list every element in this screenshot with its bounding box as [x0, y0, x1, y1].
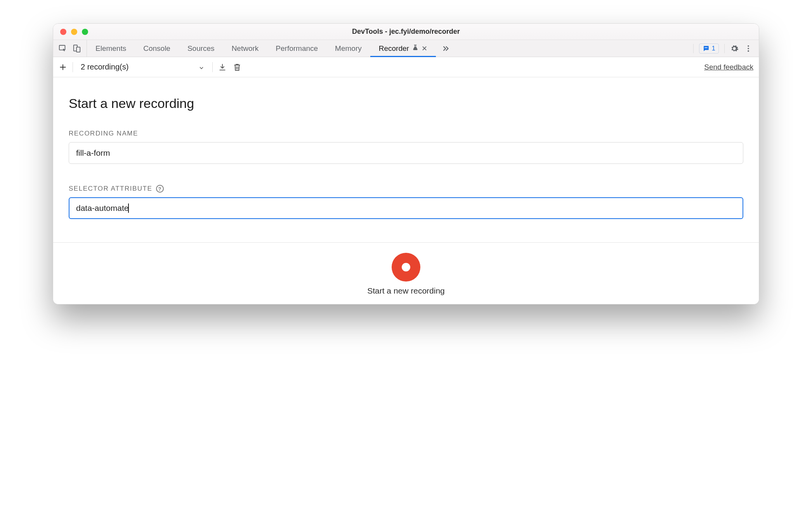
selector-attribute-input[interactable]: data-automate [69, 197, 743, 219]
text-caret [128, 203, 129, 213]
tab-network[interactable]: Network [223, 40, 267, 57]
chat-icon [703, 45, 710, 52]
tabstrip-right-controls: 1 [687, 40, 759, 57]
send-feedback-link[interactable]: Send feedback [704, 63, 753, 71]
tab-elements[interactable]: Elements [87, 40, 135, 57]
page-heading: Start a new recording [69, 96, 743, 111]
tab-recorder-label: Recorder [379, 44, 409, 53]
recording-name-label: RECORDING NAME [69, 130, 743, 137]
devtools-tabs: Elements Console Sources Network Perform… [87, 40, 687, 57]
svg-point-6 [748, 50, 749, 52]
recording-name-field-group: RECORDING NAME [69, 130, 743, 164]
inspect-controls [53, 40, 87, 57]
inspect-element-icon[interactable] [59, 44, 67, 53]
recorder-content: Start a new recording RECORDING NAME SEL… [53, 77, 759, 242]
close-tab-icon[interactable]: ✕ [422, 44, 427, 53]
divider [693, 44, 694, 53]
divider [73, 62, 73, 72]
trash-icon[interactable] [233, 63, 241, 71]
help-icon[interactable]: ? [156, 185, 164, 193]
tab-console[interactable]: Console [135, 40, 179, 57]
devtools-window: DevTools - jec.fyi/demo/recorder Element… [53, 23, 759, 304]
tab-strip: Elements Console Sources Network Perform… [53, 40, 759, 57]
divider [212, 62, 213, 72]
selector-attribute-value: data-automate [76, 203, 128, 213]
start-recording-button[interactable] [392, 253, 420, 282]
issues-count: 1 [712, 45, 715, 52]
issues-button[interactable]: 1 [699, 43, 719, 54]
titlebar: DevTools - jec.fyi/demo/recorder [53, 24, 759, 40]
kebab-menu-icon[interactable] [744, 44, 753, 53]
tab-memory[interactable]: Memory [326, 40, 370, 57]
more-tabs-button[interactable] [436, 40, 455, 57]
tab-sources[interactable]: Sources [179, 40, 223, 57]
selector-attribute-label: SELECTOR ATTRIBUTE ? [69, 185, 743, 193]
download-icon[interactable] [218, 63, 227, 71]
gear-icon[interactable] [730, 44, 739, 53]
window-title: DevTools - jec.fyi/demo/recorder [53, 28, 759, 36]
recording-name-input[interactable] [69, 142, 743, 164]
recorder-footer: Start a new recording [53, 242, 759, 304]
svg-rect-2 [76, 47, 80, 52]
minimize-window-button[interactable] [71, 29, 77, 35]
selector-attribute-field-group: SELECTOR ATTRIBUTE ? data-automate [69, 185, 743, 219]
record-icon [402, 263, 410, 271]
recordings-dropdown-label: 2 recording(s) [81, 63, 128, 71]
tab-recorder[interactable]: Recorder ✕ [370, 40, 436, 57]
chevron-down-icon [198, 64, 205, 70]
recorder-toolbar: 2 recording(s) Send feedback [53, 57, 759, 77]
divider [724, 44, 725, 53]
svg-point-4 [748, 45, 749, 47]
close-window-button[interactable] [60, 29, 66, 35]
beaker-icon [412, 44, 418, 53]
device-toggle-icon[interactable] [73, 44, 81, 53]
traffic-lights [60, 29, 88, 35]
recordings-dropdown[interactable]: 2 recording(s) [78, 63, 207, 71]
svg-rect-3 [704, 47, 708, 48]
zoom-window-button[interactable] [82, 29, 88, 35]
tab-performance[interactable]: Performance [267, 40, 326, 57]
chevron-double-right-icon [441, 44, 450, 53]
svg-point-5 [748, 48, 749, 49]
start-recording-label: Start a new recording [367, 286, 445, 296]
plus-icon[interactable] [59, 63, 67, 71]
